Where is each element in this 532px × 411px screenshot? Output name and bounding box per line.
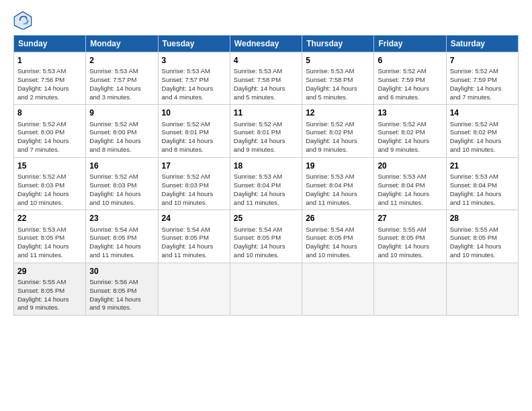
day-info-line: Sunset: 8:04 PM bbox=[450, 181, 515, 190]
day-info-line: and 10 minutes. bbox=[306, 251, 370, 260]
day-info-line: Daylight: 14 hours bbox=[17, 190, 82, 199]
day-number: 29 bbox=[17, 266, 82, 277]
calendar-cell: 9Sunrise: 5:52 AMSunset: 8:00 PMDaylight… bbox=[86, 105, 158, 157]
day-info-line: and 10 minutes. bbox=[450, 251, 515, 260]
day-info-line: Sunrise: 5:52 AM bbox=[378, 120, 442, 129]
day-info-line: Daylight: 14 hours bbox=[162, 137, 226, 146]
calendar-cell: 7Sunrise: 5:52 AMSunset: 7:59 PMDaylight… bbox=[446, 52, 518, 105]
day-number: 17 bbox=[162, 161, 226, 171]
calendar-cell bbox=[158, 263, 230, 315]
page: SundayMondayTuesdayWednesdayThursdayFrid… bbox=[0, 0, 532, 411]
day-info-line: and 9 minutes. bbox=[17, 304, 82, 312]
calendar-header-row: SundayMondayTuesdayWednesdayThursdayFrid… bbox=[14, 36, 519, 52]
calendar-cell: 2Sunrise: 5:53 AMSunset: 7:57 PMDaylight… bbox=[86, 52, 158, 105]
day-info-line: Daylight: 14 hours bbox=[17, 85, 82, 93]
calendar-cell: 5Sunrise: 5:53 AMSunset: 7:58 PMDaylight… bbox=[302, 52, 374, 105]
day-info-line: Daylight: 14 hours bbox=[306, 137, 370, 146]
day-info-line: Sunrise: 5:53 AM bbox=[17, 67, 82, 76]
day-info-line: Sunset: 8:05 PM bbox=[234, 234, 298, 242]
day-info-line: Sunrise: 5:55 AM bbox=[17, 278, 82, 287]
day-info-line: Sunrise: 5:53 AM bbox=[234, 67, 298, 76]
day-info-line: Sunrise: 5:53 AM bbox=[306, 173, 370, 181]
day-info-line: Sunrise: 5:53 AM bbox=[378, 173, 442, 181]
calendar-cell: 13Sunrise: 5:52 AMSunset: 8:02 PMDayligh… bbox=[374, 105, 446, 157]
day-number: 25 bbox=[234, 213, 298, 224]
calendar-week-row-1: 1Sunrise: 5:53 AMSunset: 7:56 PMDaylight… bbox=[14, 52, 519, 105]
day-info-line: Sunset: 8:05 PM bbox=[17, 234, 82, 242]
day-info-line: and 5 minutes. bbox=[306, 93, 370, 102]
calendar-header-wednesday: Wednesday bbox=[230, 36, 302, 52]
day-info-line: Daylight: 14 hours bbox=[450, 85, 515, 93]
day-info-line: Daylight: 14 hours bbox=[162, 242, 226, 251]
calendar-cell: 23Sunrise: 5:54 AMSunset: 8:05 PMDayligh… bbox=[86, 210, 158, 263]
day-info-line: Sunrise: 5:52 AM bbox=[378, 67, 442, 76]
day-info-line: Daylight: 14 hours bbox=[17, 295, 82, 304]
calendar-cell bbox=[302, 263, 374, 315]
day-info-line: Sunrise: 5:55 AM bbox=[378, 226, 442, 234]
calendar-cell: 21Sunrise: 5:53 AMSunset: 8:04 PMDayligh… bbox=[446, 157, 518, 210]
day-info-line: Sunset: 7:58 PM bbox=[234, 76, 298, 85]
logo bbox=[13, 11, 35, 30]
calendar-week-row-3: 15Sunrise: 5:52 AMSunset: 8:03 PMDayligh… bbox=[14, 157, 519, 210]
day-info-line: Sunset: 8:05 PM bbox=[450, 234, 515, 242]
day-info-line: Sunset: 8:02 PM bbox=[378, 128, 442, 137]
day-info-line: Sunset: 8:01 PM bbox=[234, 128, 298, 137]
calendar-cell: 18Sunrise: 5:53 AMSunset: 8:04 PMDayligh… bbox=[230, 157, 302, 210]
day-info-line: Daylight: 14 hours bbox=[234, 85, 298, 93]
day-number: 28 bbox=[450, 213, 515, 224]
day-info-line: and 11 minutes. bbox=[450, 199, 515, 208]
day-info-line: Sunset: 8:04 PM bbox=[234, 181, 298, 190]
day-info-line: and 9 minutes. bbox=[89, 304, 154, 312]
day-number: 12 bbox=[306, 107, 370, 118]
day-info-line: Sunrise: 5:53 AM bbox=[306, 67, 370, 76]
calendar-header-thursday: Thursday bbox=[302, 36, 374, 52]
day-info-line: Daylight: 14 hours bbox=[234, 190, 298, 199]
day-info-line: Daylight: 14 hours bbox=[89, 295, 154, 304]
calendar-header-friday: Friday bbox=[374, 36, 446, 52]
day-info-line: Daylight: 14 hours bbox=[162, 85, 226, 93]
calendar-cell: 4Sunrise: 5:53 AMSunset: 7:58 PMDaylight… bbox=[230, 52, 302, 105]
day-number: 6 bbox=[378, 55, 442, 66]
day-info-line: Sunrise: 5:54 AM bbox=[234, 226, 298, 234]
day-info-line: Sunrise: 5:52 AM bbox=[89, 120, 154, 129]
day-number: 20 bbox=[378, 161, 442, 171]
calendar-table: SundayMondayTuesdayWednesdayThursdayFrid… bbox=[13, 35, 519, 316]
day-info-line: Sunset: 8:01 PM bbox=[162, 128, 226, 137]
day-info-line: Sunset: 8:04 PM bbox=[378, 181, 442, 190]
day-info-line: Sunset: 7:57 PM bbox=[89, 76, 154, 85]
day-info-line: Daylight: 14 hours bbox=[89, 85, 154, 93]
day-number: 22 bbox=[17, 213, 82, 224]
day-number: 2 bbox=[89, 55, 154, 66]
day-info-line: Daylight: 14 hours bbox=[234, 137, 298, 146]
calendar-cell: 25Sunrise: 5:54 AMSunset: 8:05 PMDayligh… bbox=[230, 210, 302, 263]
day-info-line: and 10 minutes. bbox=[162, 199, 226, 208]
calendar-header-tuesday: Tuesday bbox=[158, 36, 230, 52]
day-info-line: and 9 minutes. bbox=[234, 146, 298, 154]
calendar-cell bbox=[374, 263, 446, 315]
calendar-cell: 22Sunrise: 5:53 AMSunset: 8:05 PMDayligh… bbox=[14, 210, 86, 263]
day-info-line: and 9 minutes. bbox=[306, 146, 370, 154]
day-info-line: Sunset: 7:58 PM bbox=[306, 76, 370, 85]
day-info-line: Daylight: 14 hours bbox=[162, 190, 226, 199]
day-info-line: Sunset: 8:05 PM bbox=[17, 287, 82, 295]
calendar-cell: 26Sunrise: 5:54 AMSunset: 8:05 PMDayligh… bbox=[302, 210, 374, 263]
day-info-line: Sunrise: 5:52 AM bbox=[234, 120, 298, 129]
day-number: 30 bbox=[89, 266, 154, 277]
day-info-line: and 11 minutes. bbox=[234, 199, 298, 208]
day-number: 14 bbox=[450, 107, 515, 118]
day-info-line: Sunrise: 5:52 AM bbox=[17, 120, 82, 129]
header bbox=[13, 11, 519, 30]
day-info-line: and 11 minutes. bbox=[162, 251, 226, 260]
day-info-line: and 2 minutes. bbox=[17, 93, 82, 102]
day-info-line: Sunset: 7:59 PM bbox=[378, 76, 442, 85]
calendar-cell: 10Sunrise: 5:52 AMSunset: 8:01 PMDayligh… bbox=[158, 105, 230, 157]
day-info-line: Daylight: 14 hours bbox=[306, 190, 370, 199]
day-number: 21 bbox=[450, 161, 515, 171]
day-number: 16 bbox=[89, 161, 154, 171]
day-info-line: Sunset: 7:57 PM bbox=[162, 76, 226, 85]
day-info-line: Sunset: 8:05 PM bbox=[89, 287, 154, 295]
day-info-line: Daylight: 14 hours bbox=[234, 242, 298, 251]
day-info-line: Sunrise: 5:52 AM bbox=[17, 173, 82, 181]
day-info-line: and 11 minutes. bbox=[89, 251, 154, 260]
day-number: 19 bbox=[306, 161, 370, 171]
